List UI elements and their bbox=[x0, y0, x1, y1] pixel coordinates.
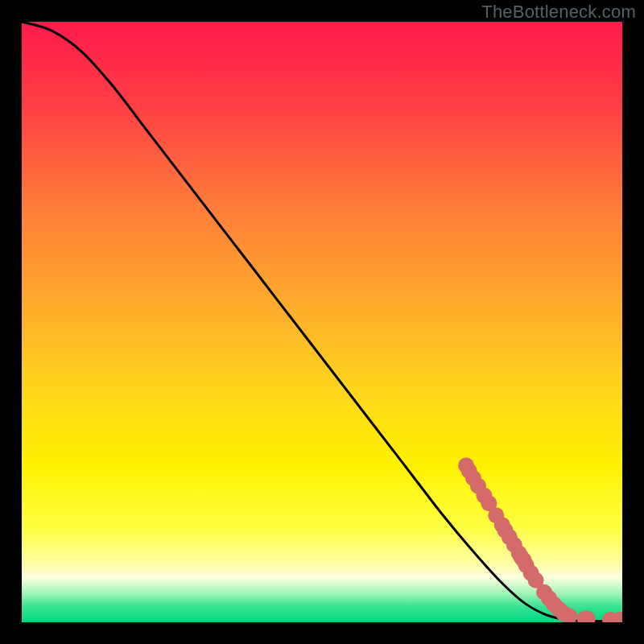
attribution-label: TheBottleneck.com bbox=[481, 2, 636, 23]
plot-area bbox=[22, 22, 622, 622]
gradient-rect bbox=[22, 22, 622, 622]
chart-frame: TheBottleneck.com bbox=[0, 0, 644, 644]
chart-svg bbox=[22, 22, 622, 622]
